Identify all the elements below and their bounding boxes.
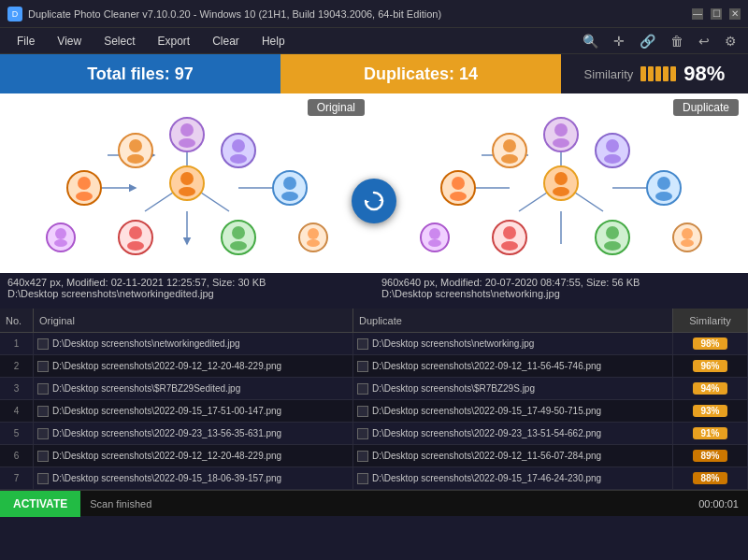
svg-point-9	[180, 123, 194, 136]
td-original: D:\Desktop screenshots\2022-09-23_13-56-…	[34, 423, 353, 444]
duplicate-path: D:\Desktop screenshots\$R7BZ29S.jpg	[372, 383, 535, 394]
duplicate-checkbox[interactable]	[357, 406, 368, 417]
duplicate-checkbox[interactable]	[357, 361, 368, 372]
search-icon[interactable]: 🔍	[579, 32, 602, 50]
svg-point-61	[503, 226, 516, 239]
original-checkbox[interactable]	[37, 383, 49, 395]
duplicates-label: Duplicates:	[364, 65, 454, 84]
svg-point-56	[450, 192, 467, 201]
td-duplicate: D:\Desktop screenshots\2022-09-12_11-56-…	[353, 355, 673, 377]
td-duplicate: D:\Desktop screenshots\2022-09-23_13-51-…	[353, 423, 673, 444]
sync-button[interactable]	[352, 179, 396, 223]
menu-clear[interactable]: Clear	[203, 33, 249, 50]
table-row[interactable]: 4 D:\Desktop screenshots\2022-09-15_17-5…	[0, 400, 748, 423]
original-checkbox[interactable]	[37, 428, 49, 439]
similarity-label: Similarity	[584, 67, 634, 81]
menu-view[interactable]: View	[48, 33, 91, 50]
crosshair-icon[interactable]: ✛	[610, 32, 628, 50]
svg-point-53	[553, 187, 569, 196]
menu-select[interactable]: Select	[94, 33, 144, 50]
svg-point-62	[501, 241, 518, 251]
menu-bar: File View Select Export Clear Help 🔍 ✛ 🔗…	[0, 28, 748, 54]
td-original: D:\Desktop screenshots\2022-09-15_17-51-…	[34, 400, 353, 422]
similarity-pct: 98%	[683, 62, 725, 86]
original-image[interactable]	[0, 93, 374, 273]
svg-point-24	[232, 226, 245, 239]
table-row[interactable]: 3 D:\Desktop screenshots\$R7BZ29Sedited.…	[0, 378, 748, 400]
td-original: D:\Desktop screenshots\2022-09-12_12-20-…	[34, 355, 353, 377]
svg-point-49	[554, 123, 568, 136]
total-files-stat: Total files: 97	[0, 54, 280, 93]
original-checkbox[interactable]	[37, 473, 49, 484]
duplicate-path: D:\Desktop screenshots\2022-09-15_17-46-…	[372, 473, 601, 483]
maximize-button[interactable]: ☐	[711, 8, 722, 20]
similarity-stat: Similarity 98%	[561, 54, 748, 93]
similarity-bars	[640, 66, 676, 81]
original-info-line1: 640x427 px, Modified: 02-11-2021 12:25:5…	[7, 277, 367, 288]
svg-point-25	[230, 241, 247, 251]
menu-help[interactable]: Help	[252, 33, 295, 50]
similarity-badge: 93%	[693, 405, 726, 417]
settings-icon[interactable]: ⚙	[721, 32, 741, 50]
duplicate-checkbox[interactable]	[357, 383, 368, 395]
svg-point-10	[179, 138, 195, 148]
td-no: 3	[0, 378, 34, 399]
td-similarity: 96%	[673, 355, 748, 377]
svg-point-76	[682, 228, 693, 239]
minimize-button[interactable]: —	[692, 8, 703, 20]
original-path: D:\Desktop screenshots\2022-09-23_13-56-…	[52, 428, 281, 438]
svg-point-15	[78, 177, 91, 190]
app-icon: D	[7, 7, 22, 22]
close-button[interactable]: ✕	[729, 8, 741, 20]
delete-icon[interactable]: 🗑	[667, 32, 687, 50]
svg-point-50	[553, 138, 569, 148]
menu-file[interactable]: File	[7, 33, 44, 50]
svg-point-28	[127, 154, 144, 164]
duplicates-value: 14	[459, 65, 478, 84]
td-similarity: 93%	[673, 400, 748, 422]
link-icon[interactable]: 🔗	[636, 32, 659, 50]
duplicate-checkbox[interactable]	[357, 428, 368, 439]
svg-point-37	[307, 239, 320, 247]
svg-point-33	[55, 228, 66, 239]
duplicate-network-svg	[374, 99, 748, 267]
original-path: D:\Desktop screenshots\$R7BZ29Sedited.jp…	[52, 383, 240, 394]
duplicate-checkbox[interactable]	[357, 473, 368, 484]
svg-point-71	[604, 154, 621, 164]
window-controls: — ☐ ✕	[692, 8, 741, 20]
original-checkbox[interactable]	[37, 451, 49, 462]
original-checkbox[interactable]	[37, 406, 49, 417]
svg-point-74	[428, 239, 441, 247]
td-no: 5	[0, 423, 34, 444]
menu-toolbar: 🔍 ✛ 🔗 🗑 ↩ ⚙	[579, 32, 741, 50]
svg-point-59	[655, 192, 672, 201]
svg-point-77	[681, 239, 694, 247]
duplicate-preview-panel: Duplicate	[374, 93, 748, 309]
similarity-badge: 91%	[693, 427, 726, 439]
duplicate-checkbox[interactable]	[357, 451, 368, 462]
activate-button[interactable]: ACTIVATE	[0, 491, 80, 517]
similarity-badge: 98%	[693, 337, 726, 350]
duplicate-image[interactable]	[374, 93, 748, 273]
svg-point-22	[127, 241, 144, 251]
table-row[interactable]: 1 D:\Desktop screenshots\networkingedite…	[0, 333, 748, 355]
original-checkbox[interactable]	[37, 338, 49, 350]
original-info-line2: D:\Desktop screenshots\networkingedited.…	[7, 288, 367, 299]
table-row[interactable]: 7 D:\Desktop screenshots\2022-09-15_18-0…	[0, 467, 748, 490]
table-row[interactable]: 2 D:\Desktop screenshots\2022-09-12_12-2…	[0, 355, 748, 378]
td-duplicate: D:\Desktop screenshots\networking.jpg	[353, 333, 673, 354]
duplicate-checkbox[interactable]	[357, 338, 368, 350]
original-path: D:\Desktop screenshots\2022-09-12_12-20-…	[52, 451, 281, 461]
table-row[interactable]: 6 D:\Desktop screenshots\2022-09-12_12-2…	[0, 445, 748, 467]
table-area: No. Original Duplicate Similarity 1 D:\D…	[0, 309, 748, 490]
similarity-badge: 96%	[693, 360, 726, 372]
original-checkbox[interactable]	[37, 361, 49, 372]
undo-icon[interactable]: ↩	[695, 32, 713, 50]
table-row[interactable]: 5 D:\Desktop screenshots\2022-09-23_13-5…	[0, 423, 748, 445]
svg-point-68	[501, 154, 518, 164]
td-no: 1	[0, 333, 34, 354]
duplicate-info: 960x640 px, Modified: 20-07-2020 08:47:5…	[374, 273, 748, 309]
sim-bar-2	[648, 66, 654, 81]
original-info: 640x427 px, Modified: 02-11-2021 12:25:5…	[0, 273, 374, 309]
menu-export[interactable]: Export	[149, 33, 200, 50]
